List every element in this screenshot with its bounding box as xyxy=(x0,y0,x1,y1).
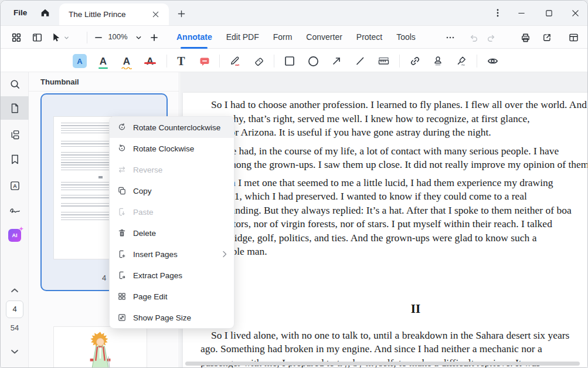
menu-item-rotate-clockwise[interactable]: Rotate Clockwise xyxy=(110,138,234,159)
undo-button[interactable] xyxy=(465,29,482,46)
search-icon xyxy=(9,79,21,90)
page-number-input[interactable]: 4 xyxy=(6,301,23,318)
share-export-button[interactable] xyxy=(538,29,556,46)
share-icon xyxy=(542,32,552,43)
link-tool-button[interactable] xyxy=(406,52,424,70)
eraser-icon xyxy=(253,55,264,67)
tab-annotate[interactable]: Annotate xyxy=(176,26,212,49)
document-text: So I had to choose another profession. I… xyxy=(200,98,587,367)
search-panel-button[interactable] xyxy=(1,72,29,96)
main-area: A AI ✦ 4 54 xyxy=(1,72,587,367)
select-tool-button[interactable] xyxy=(49,29,71,46)
squiggly-tool-button[interactable]: A xyxy=(117,52,136,70)
tab-edit-pdf[interactable]: Edit PDF xyxy=(226,26,259,49)
text-line: constrictors, nor of virgin forests, nor… xyxy=(200,217,587,231)
menu-item-page-edit[interactable]: Page Edit xyxy=(110,286,234,307)
home-button[interactable] xyxy=(37,5,53,21)
zoom-level[interactable]: 100% xyxy=(106,26,130,48)
tab-form[interactable]: Form xyxy=(273,26,293,49)
next-page-button[interactable] xyxy=(1,340,29,363)
text-tool-icon: T xyxy=(177,55,185,68)
text-line: reasonable man. xyxy=(200,245,587,259)
toolbar-separator xyxy=(87,32,87,43)
rectangle-tool-button[interactable] xyxy=(280,52,299,70)
underline-tool-button[interactable]: A xyxy=(94,52,113,70)
strikethrough-tool-button[interactable]: A xyxy=(141,52,159,70)
signature-panel-button[interactable] xyxy=(1,197,29,221)
toolbar-separator xyxy=(399,55,400,67)
menu-item-extract-pages[interactable]: Extract Pages xyxy=(110,265,234,286)
page-total-label: 54 xyxy=(1,323,29,332)
tab-tools[interactable]: Tools xyxy=(396,26,416,49)
extract-pages-icon xyxy=(117,270,127,281)
main-toolbar: 100% Annotate Edit PDF Form Converter Pr… xyxy=(1,25,587,49)
ai-assistant-button[interactable]: AI ✦ xyxy=(1,224,29,247)
titlebar-menu-button[interactable] xyxy=(488,1,508,25)
menu-item-rotate-counterclockwise[interactable]: Rotate Counterclockwise xyxy=(110,117,234,138)
document-tab[interactable]: The Little Prince xyxy=(59,4,169,25)
page-organize-button[interactable] xyxy=(8,29,25,46)
left-rail: A AI ✦ 4 54 xyxy=(1,72,29,367)
reading-layout-button[interactable] xyxy=(565,29,582,46)
show-hide-annotations-button[interactable] xyxy=(483,52,502,70)
zoom-out-button[interactable] xyxy=(90,29,107,46)
tab-protect[interactable]: Protect xyxy=(356,26,382,49)
menu-item-show-page-size[interactable]: Show Page Size xyxy=(110,307,234,328)
menu-item-copy[interactable]: Copy xyxy=(110,180,234,201)
underline-letter: A xyxy=(100,56,107,66)
comment-tool-button[interactable] xyxy=(195,52,214,70)
zoom-in-button[interactable] xyxy=(145,29,163,46)
minimize-button[interactable] xyxy=(511,1,531,25)
stamp-icon xyxy=(432,55,444,67)
previous-page-button[interactable] xyxy=(1,279,29,302)
sidebar-toggle-button[interactable] xyxy=(28,29,46,46)
signature-tool-button[interactable] xyxy=(452,52,471,70)
maximize-button[interactable] xyxy=(539,1,559,25)
annotate-toolbar: A A A A T xyxy=(1,49,587,72)
chapter-heading: II xyxy=(200,302,587,316)
measure-tool-button[interactable] xyxy=(374,52,393,70)
plus-icon xyxy=(178,10,185,18)
annotation-panel-button[interactable]: A xyxy=(1,174,29,197)
more-tabs-button[interactable] xyxy=(441,29,459,46)
paragraph: I have had, in the course of my life, a … xyxy=(200,144,587,172)
text-tool-button[interactable]: T xyxy=(172,52,191,70)
file-menu[interactable]: File xyxy=(10,1,30,25)
new-tab-button[interactable] xyxy=(174,6,189,21)
tab-close-icon[interactable] xyxy=(149,8,162,21)
text-line: about bridge, golf, politics, and ties. … xyxy=(200,231,587,245)
menu-item-delete[interactable]: Delete xyxy=(110,222,234,244)
ai-label: AI xyxy=(12,232,18,238)
line-tool-button[interactable] xyxy=(351,52,369,70)
panel-title: Thumbnail xyxy=(29,72,179,92)
close-button[interactable] xyxy=(565,1,585,25)
redo-button[interactable] xyxy=(482,29,500,46)
tab-converter[interactable]: Converter xyxy=(306,26,342,49)
thumbnail-page-5[interactable] xyxy=(53,326,147,368)
horizontal-scrollbar[interactable] xyxy=(185,362,580,366)
menu-item-label: Rotate Clockwise xyxy=(133,144,194,153)
maximize-icon xyxy=(545,9,553,17)
toolbar-separator xyxy=(274,55,274,67)
pencil-tool-button[interactable] xyxy=(226,52,244,70)
ellipse-tool-button[interactable] xyxy=(304,52,322,70)
thumbnail-panel-button[interactable] xyxy=(1,96,29,120)
zoom-dropdown-button[interactable] xyxy=(130,29,147,46)
document-viewer[interactable]: So I had to choose another profession. I… xyxy=(180,72,587,367)
stamp-tool-button[interactable] xyxy=(429,52,447,70)
undo-icon xyxy=(468,33,479,43)
print-button[interactable] xyxy=(516,29,534,46)
eraser-tool-button[interactable] xyxy=(249,52,268,70)
minus-icon xyxy=(94,33,103,42)
outline-panel-button[interactable] xyxy=(1,123,29,146)
menu-item-label: Copy xyxy=(133,187,152,195)
context-menu: Rotate Counterclockwise Rotate Clockwise… xyxy=(109,116,234,329)
highlight-tool-button[interactable]: A xyxy=(70,52,89,70)
toolbar-separator xyxy=(477,55,477,67)
rectangle-icon xyxy=(284,56,295,66)
signature-squiggle-icon xyxy=(9,204,21,214)
menu-item-insert-pages[interactable]: Insert Pages xyxy=(110,244,234,265)
arrow-tool-button[interactable] xyxy=(327,52,346,70)
bookmark-panel-button[interactable] xyxy=(1,147,29,171)
menu-item-label: Insert Pages xyxy=(133,250,178,259)
